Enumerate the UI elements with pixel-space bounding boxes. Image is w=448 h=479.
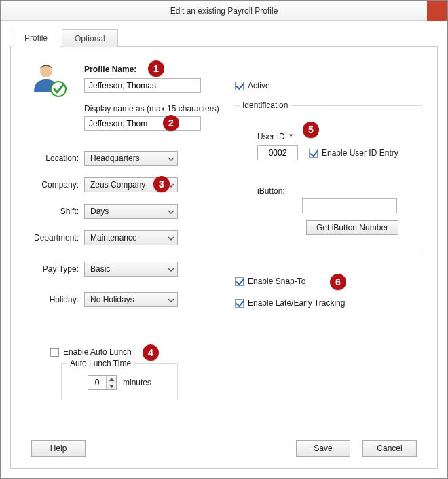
cancel-button-label: Cancel (377, 444, 402, 453)
location-select-value: Headquarters (90, 154, 140, 163)
avatar-icon (31, 62, 67, 97)
chevron-down-icon (168, 208, 174, 215)
help-button-label: Help (50, 444, 67, 453)
label-minutes: minutes (123, 378, 151, 387)
chevron-down-icon (168, 296, 174, 303)
help-button[interactable]: Help (31, 440, 86, 457)
chevron-down-icon (168, 181, 174, 188)
auto-lunch-legend: Auto Lunch Time (67, 359, 134, 368)
marker-4: 4 (143, 344, 159, 361)
label-shift: Shift: (23, 207, 79, 216)
holiday-select[interactable]: No Holidays (84, 292, 178, 307)
chevron-down-icon (168, 234, 174, 241)
pay-type-select-value: Basic (90, 264, 110, 274)
spinner-down[interactable] (107, 383, 116, 389)
label-location: Location: (23, 154, 79, 163)
get-ibutton-label: Get iButton Number (316, 223, 388, 232)
label-display-name: Display name as (max 15 characters) (84, 104, 219, 113)
holiday-select-value: No Holidays (90, 295, 134, 304)
dialog-footer: Help Save Cancel (11, 433, 437, 464)
label-department: Department: (23, 233, 79, 243)
label-company: Company: (23, 180, 79, 190)
tab-strip: Profile Optional (10, 28, 438, 47)
enable-auto-lunch-label: Enable Auto Lunch (63, 347, 132, 357)
display-name-input[interactable] (84, 116, 201, 131)
checkbox-icon (235, 82, 244, 90)
marker-1: 1 (148, 60, 164, 77)
enable-user-id-entry-checkbox[interactable]: Enable User ID Entry (309, 148, 398, 158)
identification-group: Identification User ID: * Enable User ID… (234, 105, 422, 253)
label-user-id: User ID: * (257, 132, 293, 141)
department-select[interactable]: Maintenance (84, 230, 178, 245)
enable-late-early-checkbox[interactable]: Enable Late/Early Tracking (235, 298, 345, 308)
auto-lunch-minutes-input[interactable] (88, 376, 106, 389)
auto-lunch-minutes-stepper[interactable] (88, 375, 117, 390)
save-button[interactable]: Save (296, 440, 350, 457)
checkbox-icon (309, 149, 318, 158)
cancel-button[interactable]: Cancel (362, 440, 417, 457)
chevron-down-icon (168, 155, 174, 162)
company-select-value: Zeus Company (90, 180, 145, 190)
active-label: Active (248, 81, 270, 90)
label-profile-name: Profile Name: (84, 65, 136, 74)
checkbox-icon (50, 348, 59, 357)
identification-legend: Identification (240, 101, 291, 110)
enable-snapto-checkbox[interactable]: Enable Snap-To (235, 277, 305, 286)
auto-lunch-group: Auto Lunch Time minutes (61, 363, 178, 400)
dialog-edit-payroll-profile: Edit an existing Payroll Profile Profile… (0, 0, 448, 479)
checkbox-icon (235, 277, 244, 286)
tab-profile[interactable]: Profile (12, 29, 60, 47)
tab-optional[interactable]: Optional (62, 29, 118, 47)
checkbox-icon (235, 299, 244, 308)
titlebar: Edit an existing Payroll Profile (1, 1, 447, 21)
active-checkbox[interactable]: Active (235, 81, 270, 90)
enable-snapto-label: Enable Snap-To (248, 277, 305, 286)
shift-select-value: Days (90, 207, 109, 216)
spinner-up[interactable] (107, 376, 116, 383)
enable-auto-lunch-checkbox[interactable]: Enable Auto Lunch (50, 347, 132, 357)
svg-point-1 (51, 82, 66, 96)
ibutton-input[interactable] (302, 198, 397, 213)
shift-select[interactable]: Days (84, 204, 178, 219)
save-button-label: Save (314, 444, 332, 453)
pay-type-select[interactable]: Basic (84, 262, 178, 277)
enable-late-early-label: Enable Late/Early Tracking (248, 298, 345, 308)
window-title: Edit an existing Payroll Profile (170, 6, 278, 16)
get-ibutton-button[interactable]: Get iButton Number (306, 220, 398, 235)
label-pay-type: Pay Type: (23, 264, 79, 274)
tab-pane-profile: Profile Name: Display name as (max 15 ch… (10, 47, 438, 469)
user-id-input[interactable] (257, 145, 298, 160)
marker-6: 6 (330, 274, 346, 290)
label-ibutton: iButton: (257, 186, 285, 196)
chevron-down-icon (168, 266, 174, 272)
enable-user-id-entry-label: Enable User ID Entry (322, 148, 398, 158)
close-button[interactable] (427, 1, 447, 21)
label-holiday: Holiday: (23, 295, 79, 304)
department-select-value: Maintenance (90, 233, 137, 243)
profile-name-input[interactable] (84, 78, 201, 93)
company-select[interactable]: Zeus Company (84, 177, 178, 192)
location-select[interactable]: Headquarters (84, 151, 178, 166)
